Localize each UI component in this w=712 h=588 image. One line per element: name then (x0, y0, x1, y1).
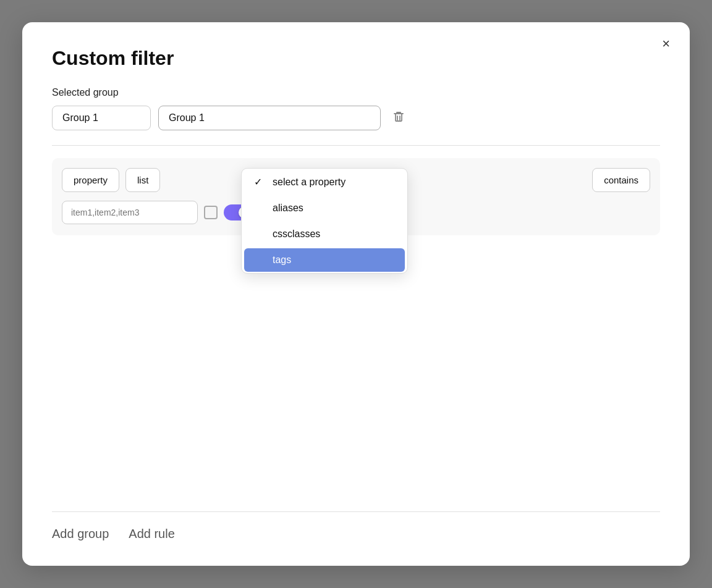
selected-group-label: Selected group (52, 87, 660, 98)
dropdown-item-label: tags (273, 254, 291, 266)
dropdown-item-label: cssclasses (273, 229, 320, 240)
trash-icon (392, 110, 405, 124)
modal-title: Custom filter (52, 47, 660, 70)
filter-row-wrapper: property list ✓ select a property aliase… (52, 158, 660, 235)
plus-icon: Add rule (129, 527, 175, 541)
filter-controls-row: property list ✓ select a property aliase… (62, 168, 650, 192)
contains-button[interactable]: contains (592, 168, 650, 192)
group-name-display: Group 1 (52, 106, 151, 130)
property-dropdown: ✓ select a property aliases cssclasses t… (241, 168, 408, 274)
filter-checkbox[interactable] (204, 206, 218, 219)
group-name-input[interactable] (158, 106, 381, 130)
divider (52, 145, 660, 146)
dropdown-item-tags[interactable]: tags (244, 248, 405, 272)
custom-filter-modal: × Custom filter Selected group Group 1 p… (22, 22, 690, 566)
list-button[interactable]: list (125, 168, 160, 192)
dropdown-item-label: select a property (273, 177, 345, 188)
plus-icon: Add group (52, 527, 109, 541)
dropdown-item-aliases[interactable]: aliases (242, 195, 407, 221)
property-button[interactable]: property (62, 168, 119, 192)
modal-footer: Add group Add rule (52, 511, 660, 541)
value-input[interactable] (62, 201, 198, 224)
add-group-button[interactable]: Add group (52, 527, 109, 541)
checkmark-icon: ✓ (254, 176, 266, 188)
close-button[interactable]: × (657, 35, 675, 53)
dropdown-item-label: aliases (273, 203, 303, 214)
spacer (52, 243, 660, 511)
group-row: Group 1 (52, 106, 660, 130)
delete-group-button[interactable] (388, 106, 409, 130)
add-rule-button[interactable]: Add rule (129, 527, 175, 541)
dropdown-item-cssclasses[interactable]: cssclasses (242, 221, 407, 247)
dropdown-item-select-property[interactable]: ✓ select a property (242, 169, 407, 195)
svg-rect-0 (396, 114, 402, 121)
